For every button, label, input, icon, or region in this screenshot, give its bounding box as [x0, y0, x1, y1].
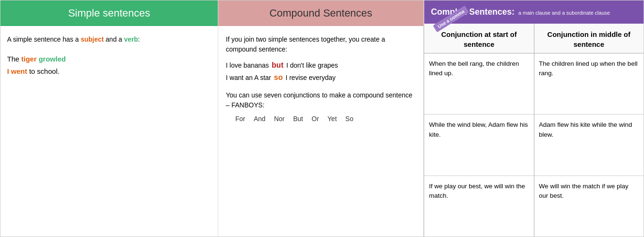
compound-ex1-right: I don't like grapes [286, 61, 338, 69]
simple-desc-prefix: A simple sentence has a [7, 35, 81, 43]
complex-sentences-column: Complex Sentences: a main clause and a s… [423, 0, 644, 237]
conjunction-middle-cell: Adam flew his kite while the wind blew. [534, 114, 644, 176]
compound-ex1-conj: but [272, 61, 283, 70]
compound-example2: I want an A star so I revise everyday [226, 73, 416, 82]
complex-inner: Conjunction at start of sentence When th… [424, 24, 644, 237]
simple-desc-middle: and a [104, 35, 124, 43]
fanboys-word: For [235, 115, 245, 123]
compound-sentences-body: If you join two simple sentences togethe… [218, 26, 423, 237]
compound-ex2-left: I want an A star [226, 74, 271, 81]
simple-desc-suffix: : [138, 35, 140, 43]
simple-header-text: Simple sentences [68, 7, 150, 19]
fanboys-word: And [254, 115, 266, 123]
subject-word: subject [81, 35, 104, 43]
complex-header-sub: a main clause and a subordinate clause [518, 10, 610, 16]
complex-header-title: Complex Sentences: [431, 7, 515, 17]
compound-header-text: Compound Sentences [269, 7, 372, 19]
growled-word: growled [37, 55, 66, 63]
fanboys-word: But [293, 115, 303, 123]
simple-sentences-column: Simple sentences A simple sentence has a… [0, 0, 218, 237]
conjunction-start-cell: If we play our best, we will win the mat… [424, 176, 534, 237]
fanboys-word: Yet [327, 115, 337, 123]
conjunction-middle-cell: The children lined up when the bell rang… [534, 53, 644, 114]
fanboys-intro: You can use seven conjunctions to make a… [226, 90, 416, 110]
simple-sentences-body: A simple sentence has a subject and a ve… [0, 26, 218, 237]
went-word: I went [7, 67, 27, 75]
main-container: Simple sentences A simple sentence has a… [0, 0, 644, 237]
conjunction-middle-col: Conjunction in middle of sentence The ch… [534, 24, 644, 237]
conjunction-middle-body: The children lined up when the bell rang… [534, 53, 644, 237]
conjunction-start-col: Conjunction at start of sentence When th… [424, 24, 534, 237]
tiger-word: tiger [21, 55, 37, 63]
compound-intro: If you join two simple sentences togethe… [226, 35, 416, 54]
fanboys-word: Or [312, 115, 319, 123]
fanboys-word: Nor [274, 115, 285, 123]
compound-ex1-left: I love bananas [226, 61, 269, 69]
fanboys-list: ForAndNorButOrYetSo [226, 115, 416, 123]
conjunction-middle-cell: We will win the match if we play our bes… [534, 176, 644, 237]
fanboys-word: So [345, 115, 353, 123]
compound-example1: I love bananas but I don't like grapes [226, 61, 416, 70]
simple-sentences-header: Simple sentences [0, 0, 218, 26]
simple-example1: The tiger growled [7, 53, 211, 65]
simple-example2: I went to school. [7, 65, 211, 78]
verb-word: verb [124, 35, 138, 43]
conjunction-start-cell: When the bell rang, the children lined u… [424, 53, 534, 114]
compound-ex2-conj: so [274, 73, 283, 82]
compound-sentences-header: Compound Sentences [218, 0, 423, 26]
compound-ex2-right: I revise everyday [285, 74, 335, 81]
complex-body-wrapper: Use a comma Conjunction at start of sent… [424, 24, 644, 237]
example2-suffix: to school. [27, 67, 60, 75]
simple-description: A simple sentence has a subject and a ve… [7, 35, 211, 44]
conjunction-start-body: When the bell rang, the children lined u… [424, 53, 534, 237]
conjunction-middle-header: Conjunction in middle of sentence [534, 24, 644, 53]
compound-sentences-column: Compound Sentences If you join two simpl… [218, 0, 423, 237]
conjunction-start-cell: While the wind blew, Adam flew his kite. [424, 114, 534, 176]
example1-prefix: The [7, 55, 21, 63]
